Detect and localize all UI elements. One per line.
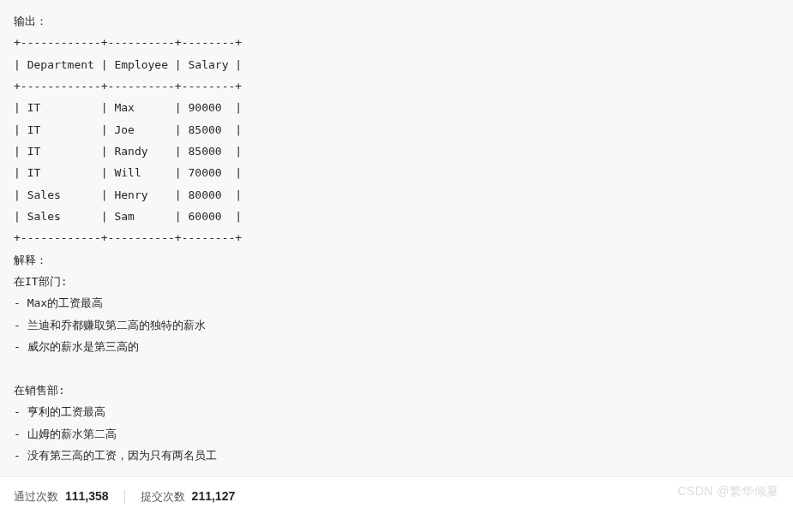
it-header: 在IT部门: bbox=[14, 275, 67, 288]
table-row: | Sales | Sam | 60000 | bbox=[14, 210, 242, 223]
list-item: - 山姆的薪水第二高 bbox=[14, 427, 117, 440]
list-item: - 威尔的薪水是第三高的 bbox=[14, 340, 139, 353]
list-item: - Max的工资最高 bbox=[14, 296, 103, 309]
table-row: | IT | Joe | 85000 | bbox=[14, 123, 242, 136]
pass-count-group: 通过次数 111,358 bbox=[14, 489, 109, 505]
table-divider: +------------+----------+--------+ bbox=[14, 36, 242, 49]
submit-count-label: 提交次数 bbox=[141, 489, 185, 505]
submit-count-group: 提交次数 211,127 bbox=[141, 489, 236, 505]
divider bbox=[124, 490, 125, 504]
stats-bar: 通过次数 111,358 提交次数 211,127 CSDN @繁华倾夏 bbox=[0, 476, 793, 517]
watermark: CSDN @繁华倾夏 bbox=[677, 484, 779, 499]
pass-count-label: 通过次数 bbox=[14, 489, 58, 505]
output-label: 输出： bbox=[14, 15, 47, 27]
table-header: | Department | Employee | Salary | bbox=[14, 58, 242, 71]
table-row: | IT | Will | 70000 | bbox=[14, 166, 242, 179]
submit-count-value: 211,127 bbox=[192, 489, 236, 503]
sales-header: 在销售部: bbox=[14, 384, 65, 397]
list-item: - 亨利的工资最高 bbox=[14, 405, 105, 418]
code-output-block: 输出： +------------+----------+--------+ |… bbox=[0, 0, 793, 476]
pass-count-value: 111,358 bbox=[65, 489, 109, 503]
explain-label: 解释： bbox=[14, 254, 47, 266]
table-divider: +------------+----------+--------+ bbox=[14, 231, 242, 244]
table-row: | IT | Max | 90000 | bbox=[14, 101, 242, 114]
list-item: - 兰迪和乔都赚取第二高的独特的薪水 bbox=[14, 319, 206, 332]
table-row: | IT | Randy | 85000 | bbox=[14, 145, 242, 158]
table-row: | Sales | Henry | 80000 | bbox=[14, 188, 242, 201]
table-divider: +------------+----------+--------+ bbox=[14, 80, 242, 93]
list-item: - 没有第三高的工资，因为只有两名员工 bbox=[14, 449, 217, 462]
